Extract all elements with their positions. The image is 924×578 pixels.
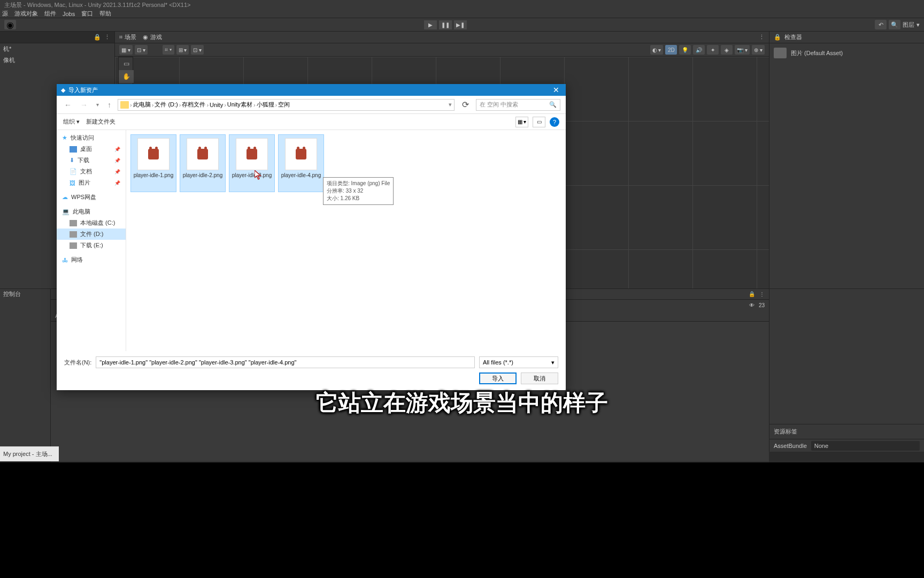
- gizmos-dropdown[interactable]: ⊕ ▾: [752, 45, 765, 55]
- menu-icon[interactable]: ⋮: [759, 34, 765, 41]
- eye-off-icon[interactable]: 👁: [749, 302, 754, 308]
- pivot-dropdown[interactable]: ▦ ▾: [119, 45, 133, 55]
- assetbundle-label: AssetBundle: [774, 443, 807, 449]
- menu-item[interactable]: 组件: [44, 10, 56, 18]
- sidebar-desktop[interactable]: 桌面📌: [57, 143, 126, 155]
- file-item[interactable]: player-idle-2.png: [180, 134, 226, 192]
- folder-icon: [774, 48, 787, 58]
- breadcrumb-item[interactable]: 文件 (D:): [155, 101, 178, 109]
- lock-icon[interactable]: 🔒: [774, 34, 781, 41]
- breadcrumb-item[interactable]: Unity: [210, 102, 223, 108]
- increment-toggle[interactable]: ⊡ ▾: [191, 45, 204, 55]
- up-button[interactable]: ↑: [105, 101, 113, 109]
- menu-item[interactable]: Jobs: [63, 11, 75, 17]
- sidebar-drive-c[interactable]: 本地磁盘 (C:): [57, 217, 126, 229]
- layers-dropdown[interactable]: 图层: [903, 21, 914, 29]
- sidebar-documents[interactable]: 📄文档📌: [57, 166, 126, 177]
- assetbundle-dropdown[interactable]: None: [811, 441, 920, 451]
- breadcrumb[interactable]: › 此电脑› 文件 (D:)› 存档文件› Unity› Unity素材› 小狐…: [118, 99, 455, 111]
- shading-dropdown[interactable]: ◐ ▾: [650, 45, 664, 55]
- sidebar-this-pc[interactable]: 💻此电脑: [57, 206, 126, 217]
- grid-toggle[interactable]: ⌗ ▾: [163, 45, 174, 55]
- file-item[interactable]: player-idle-3.png: [229, 134, 275, 192]
- audio-toggle[interactable]: 🔊: [693, 45, 705, 55]
- breadcrumb-item[interactable]: 空闲: [278, 101, 290, 109]
- undo-icon[interactable]: ↶: [875, 20, 887, 29]
- hierarchy-item[interactable]: 像机: [0, 55, 114, 66]
- sidebar-network[interactable]: 🖧网络: [57, 254, 126, 265]
- handle-dropdown[interactable]: ⊡ ▾: [135, 45, 148, 55]
- close-button[interactable]: ✕: [551, 86, 561, 94]
- hand-tool[interactable]: ✋: [119, 70, 134, 83]
- new-folder-button[interactable]: 新建文件夹: [86, 118, 116, 126]
- inspector-tab-label[interactable]: 检查器: [784, 33, 802, 41]
- view-tool[interactable]: ▭: [119, 57, 134, 70]
- inspector-panel: 🔒 检查器 图片 (Default Asset): [769, 32, 924, 288]
- pause-button[interactable]: ❚❚: [439, 20, 452, 29]
- sprite-thumbnail: [296, 149, 306, 159]
- filter-dropdown[interactable]: All files (*.*)▾: [479, 356, 558, 368]
- sidebar-drive-e[interactable]: 下载 (E:): [57, 240, 126, 251]
- snap-toggle[interactable]: ⊞ ▾: [176, 45, 189, 55]
- hidden-toggle[interactable]: ◈: [721, 45, 733, 55]
- lighting-toggle[interactable]: 💡: [679, 45, 691, 55]
- file-name: player-idle-3.png: [232, 172, 272, 179]
- organize-dropdown[interactable]: 组织 ▾: [63, 118, 80, 126]
- preview-toggle[interactable]: ▭: [533, 117, 545, 127]
- filename-input[interactable]: [96, 356, 475, 368]
- scene-tab[interactable]: ⌗场景: [119, 33, 136, 41]
- recent-dropdown[interactable]: ▾: [94, 102, 101, 108]
- taskbar-item[interactable]: My project - 主场...: [0, 446, 59, 461]
- lock-icon[interactable]: 🔒: [749, 291, 755, 297]
- step-button[interactable]: ▶❚: [454, 20, 467, 29]
- chevron-down-icon[interactable]: ▾: [449, 101, 452, 108]
- refresh-button[interactable]: ⟳: [459, 100, 472, 110]
- filename-label: 文件名(N):: [64, 359, 91, 367]
- hidden-count: 23: [759, 302, 765, 308]
- file-item[interactable]: player-idle-1.png: [130, 134, 176, 192]
- menu-item[interactable]: 帮助: [99, 10, 111, 18]
- asset-name: 图片 (Default Asset): [791, 49, 843, 57]
- file-item[interactable]: player-idle-4.png: [278, 134, 324, 192]
- breadcrumb-item[interactable]: Unity素材: [227, 101, 252, 109]
- sidebar-downloads[interactable]: ⬇下载📌: [57, 155, 126, 166]
- breadcrumb-item[interactable]: 存档文件: [182, 101, 205, 109]
- menu-item[interactable]: 窗口: [81, 10, 93, 18]
- sidebar-pictures[interactable]: 🖼图片📌: [57, 177, 126, 188]
- 2d-toggle[interactable]: 2D: [665, 45, 677, 55]
- help-button[interactable]: ?: [550, 117, 559, 127]
- breadcrumb-item[interactable]: 小狐狸: [257, 101, 274, 109]
- forward-button[interactable]: →: [78, 101, 90, 109]
- main-toolbar: ◉ ▶ ❚❚ ▶❚ ↶ 🔍 图层 ▾: [0, 18, 924, 32]
- camera-dropdown[interactable]: 📷 ▾: [735, 45, 750, 55]
- video-subtitle: 它站立在游戏场景当中的样子: [316, 388, 608, 418]
- file-list[interactable]: player-idle-1.png player-idle-2.png play…: [126, 130, 566, 351]
- back-button[interactable]: ←: [62, 101, 74, 109]
- view-dropdown[interactable]: ▦ ▾: [515, 117, 528, 127]
- sidebar-wps[interactable]: ☁WPS网盘: [57, 192, 126, 203]
- fx-toggle[interactable]: ✦: [707, 45, 719, 55]
- menu-icon[interactable]: ⋮: [104, 34, 110, 41]
- play-button[interactable]: ▶: [424, 20, 437, 29]
- dialog-titlebar[interactable]: ◆ 导入新资产 ✕: [57, 84, 566, 96]
- sidebar-quick-access[interactable]: ★快速访问: [57, 132, 126, 143]
- account-icon[interactable]: ◉: [4, 20, 16, 29]
- game-tab[interactable]: ◉游戏: [143, 33, 162, 41]
- sprite-thumbnail: [197, 149, 208, 159]
- cancel-button[interactable]: 取消: [521, 372, 558, 384]
- chevron-down-icon: ▾: [917, 21, 920, 28]
- window-title: 主场景 - Windows, Mac, Linux - Unity 2021.3…: [4, 1, 191, 9]
- hierarchy-item[interactable]: 机*: [0, 43, 114, 55]
- hierarchy-tab-bar: 🔒 ⋮: [0, 32, 114, 43]
- import-button[interactable]: 导入: [479, 372, 517, 384]
- console-tab[interactable]: 控制台: [0, 289, 50, 300]
- search-icon[interactable]: 🔍: [889, 20, 900, 29]
- breadcrumb-item[interactable]: 此电脑: [133, 101, 151, 109]
- sidebar-drive-d[interactable]: 文件 (D:): [57, 229, 126, 240]
- lock-icon[interactable]: 🔒: [94, 34, 101, 41]
- menu-icon[interactable]: ⋮: [759, 291, 765, 297]
- search-input[interactable]: 在 空闲 中搜索 🔍: [476, 99, 560, 111]
- sprite-thumbnail: [148, 149, 159, 159]
- menu-item[interactable]: 源: [2, 10, 8, 18]
- menu-item[interactable]: 游戏对象: [14, 10, 38, 18]
